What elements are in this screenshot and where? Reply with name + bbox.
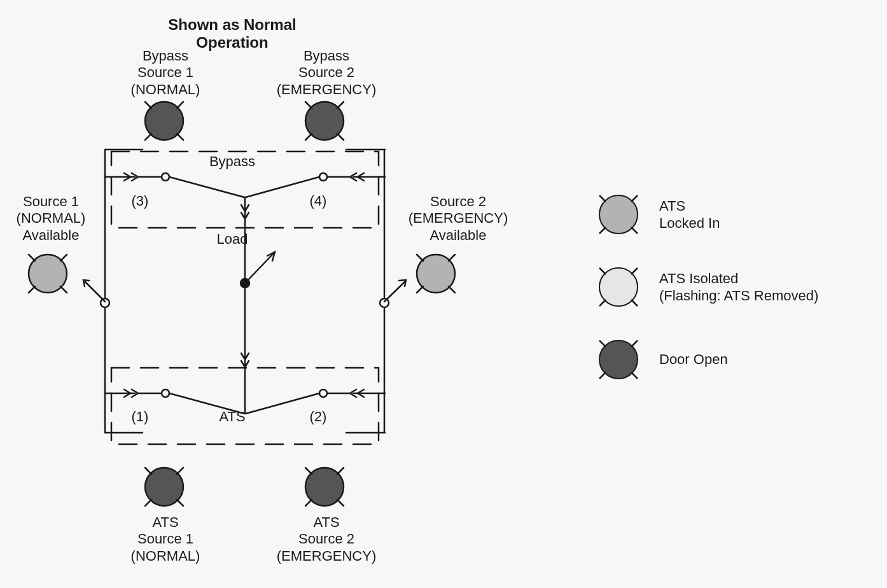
svg-line-31 (417, 255, 423, 261)
svg-line-43 (305, 500, 312, 506)
lamp-ats-source-2 (305, 468, 344, 506)
svg-line-42 (337, 468, 344, 474)
lamp-source-1-available (29, 255, 67, 293)
bypass-switch-right (246, 173, 364, 197)
svg-point-70 (101, 298, 109, 307)
bypass-switch-left (124, 173, 244, 197)
lamp-bypass-source-1 (145, 102, 183, 140)
svg-point-63 (319, 173, 327, 181)
svg-line-64 (246, 177, 319, 197)
svg-line-22 (337, 102, 344, 108)
svg-line-68 (245, 253, 274, 283)
svg-line-76 (169, 393, 244, 414)
ats-switch-right (246, 389, 364, 414)
svg-line-19 (177, 134, 183, 140)
svg-line-32 (449, 255, 455, 261)
svg-line-17 (177, 102, 183, 108)
svg-line-61 (169, 177, 244, 197)
svg-point-75 (162, 389, 169, 397)
ats-switch-left (124, 389, 244, 414)
svg-line-79 (246, 393, 319, 414)
svg-line-37 (177, 468, 183, 474)
lamp-source-2-available (417, 255, 455, 293)
svg-line-29 (60, 286, 67, 293)
svg-line-41 (305, 468, 312, 474)
svg-line-33 (417, 286, 423, 293)
lamp-bypass-source-2 (305, 102, 344, 140)
svg-point-60 (162, 173, 169, 181)
svg-line-39 (177, 500, 183, 506)
svg-line-38 (145, 500, 151, 506)
svg-line-73 (384, 282, 405, 302)
lamp-ats-source-1 (145, 468, 183, 506)
svg-line-16 (145, 102, 151, 108)
svg-line-27 (60, 255, 67, 261)
svg-line-44 (337, 500, 344, 506)
svg-line-23 (305, 134, 312, 140)
one-line-diagram (0, 0, 887, 588)
svg-line-36 (145, 468, 151, 474)
svg-line-18 (145, 134, 151, 140)
svg-line-24 (337, 134, 344, 140)
svg-line-21 (305, 102, 312, 108)
svg-line-34 (449, 286, 455, 293)
svg-point-72 (380, 298, 389, 307)
svg-point-78 (319, 389, 327, 397)
svg-line-71 (85, 282, 105, 302)
svg-line-28 (29, 286, 35, 293)
svg-line-26 (29, 255, 35, 261)
